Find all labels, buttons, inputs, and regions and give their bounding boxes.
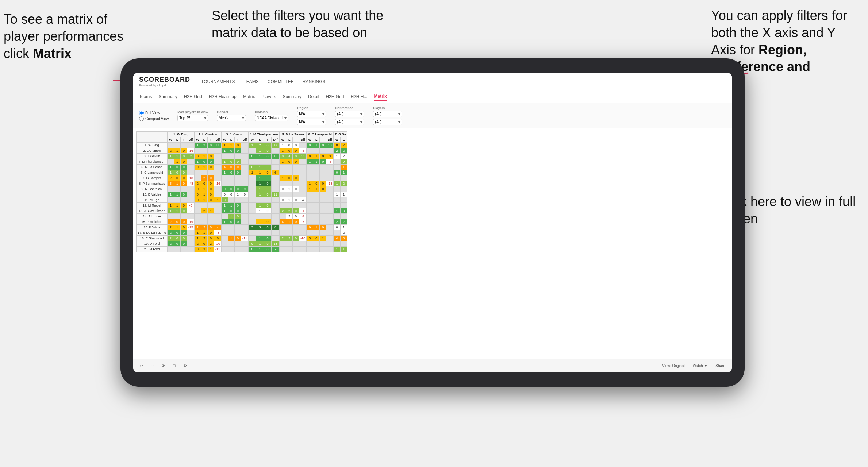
players-select1[interactable]: (All) (373, 111, 402, 117)
matrix-cell: 1 (201, 230, 208, 236)
redo-btn[interactable]: ↪ (149, 363, 156, 368)
row-name-cell: 6. C Lamprecht (137, 170, 168, 175)
subnav-players[interactable]: Players (261, 93, 276, 100)
matrix-cell (214, 192, 222, 197)
matrix-cell: 1 (168, 192, 174, 197)
matrix-cell (307, 247, 313, 252)
nav-committee[interactable]: COMMITTEE (268, 78, 294, 86)
full-view-radio[interactable]: Full View (139, 111, 169, 115)
view-original-btn[interactable]: View: Original (660, 363, 687, 368)
matrix-cell: 0 (293, 214, 299, 219)
matrix-cell (299, 203, 307, 208)
matrix-cell: 7 (271, 247, 279, 252)
matrix-cell (293, 230, 299, 236)
max-players-label: Max players in view (177, 110, 208, 114)
matrix-cell: -7 (299, 219, 307, 225)
annotation-filters: Select the filters you want the matrix d… (212, 7, 402, 42)
matrix-cell: 0 (208, 154, 214, 159)
region-select1[interactable]: N/A (297, 111, 326, 117)
subnav-h2h-grid[interactable]: H2H Grid (184, 93, 202, 100)
matrix-cell (214, 170, 222, 175)
matrix-cell: 1 (228, 203, 235, 208)
matrix-cell: 0 (264, 143, 272, 148)
matrix-cell (214, 154, 222, 159)
table-row: 16. K Vilips210-252204330801001 (137, 225, 347, 230)
matrix-cell: 0 (228, 170, 235, 175)
subnav-h2h-h[interactable]: H2H H... (350, 93, 367, 100)
matrix-cell (320, 214, 326, 219)
mlasasso-w: W (280, 137, 286, 143)
subnav-teams[interactable]: Teams (139, 93, 152, 100)
matrix-cell: 0 (249, 241, 256, 247)
matrix-cell (228, 241, 235, 247)
matrix-cell (313, 192, 320, 197)
table-row: 13. J Skov Olesen110-32110010220-113 (137, 208, 347, 214)
matrix-cell: 0 (181, 203, 187, 208)
subnav-h2h-grid2[interactable]: H2H Grid (326, 93, 344, 100)
watch-btn[interactable]: Watch ▼ (691, 363, 710, 368)
matrix-cell: 17 (271, 143, 279, 148)
nav-teams[interactable]: TEAMS (243, 78, 258, 86)
matrix-cell (299, 175, 307, 181)
undo-btn[interactable]: ↩ (138, 363, 145, 368)
matrix-cell (241, 230, 249, 236)
matrix-cell (326, 186, 334, 192)
conference-select1[interactable]: (All) (335, 111, 364, 117)
matrix-cell (264, 214, 272, 219)
matrix-cell: 1 (195, 143, 201, 148)
subnav-h2h-heatmap[interactable]: H2H Heatmap (209, 93, 237, 100)
matrix-cell: 1 (320, 236, 326, 241)
subnav-summary[interactable]: Summary (158, 93, 177, 100)
matrix-cell: 2 (340, 219, 347, 225)
subnav-summary2[interactable]: Summary (283, 93, 301, 100)
zoom-btn[interactable]: ⊞ (170, 363, 178, 368)
matrix-cell (307, 219, 313, 225)
nav-rankings[interactable]: RANKINGS (303, 78, 326, 86)
matrix-cell: 4 (280, 219, 286, 225)
matrix-cell (313, 208, 320, 214)
subnav-matrix-active[interactable]: Matrix (374, 93, 387, 101)
max-players-select[interactable]: Top 25 (177, 115, 208, 121)
matrix-cell: 2 (280, 236, 286, 241)
matrix-cell (326, 230, 334, 236)
gsa-l: L (340, 137, 347, 143)
subnav-detail[interactable]: Detail (308, 93, 319, 100)
matrix-cell: 1 (174, 159, 181, 165)
refresh-btn[interactable]: ⟳ (160, 363, 167, 368)
division-select[interactable]: NCAA Division I (255, 115, 288, 121)
matrix-cell: 0 (293, 175, 299, 181)
matrix-cell (241, 175, 249, 181)
compact-view-input[interactable] (139, 116, 144, 121)
matrix-cell (214, 208, 222, 214)
region-select2[interactable]: N/A (297, 119, 326, 125)
matrix-cell: 0 (222, 197, 228, 203)
wding-l: L (174, 137, 181, 143)
matrix-cell: 2 (195, 241, 201, 247)
row-name-cell: 19. D Ford (137, 241, 168, 247)
matrix-cell (241, 181, 249, 186)
settings-btn[interactable]: ⚙ (181, 363, 189, 368)
conference-select2[interactable]: (All) (335, 119, 364, 125)
row-name-cell: 11. M Ege (137, 197, 168, 203)
compact-view-radio[interactable]: Compact View (139, 116, 169, 121)
share-btn[interactable]: Share (713, 363, 727, 368)
matrix-cell (168, 143, 174, 148)
matrix-cell: 1 (201, 192, 208, 197)
matrix-cell (256, 197, 264, 203)
gender-select[interactable]: Men's (217, 115, 246, 121)
matrix-cell (168, 197, 174, 203)
matrix-cell (235, 241, 241, 247)
table-row: 6. C Lamprecht100100110601 (137, 170, 347, 175)
matrix-cell: 0 (264, 203, 272, 208)
matrix-cell: 0 (334, 170, 341, 175)
matrix-cell (195, 170, 201, 175)
subnav-matrix[interactable]: Matrix (243, 93, 255, 100)
matrix-area[interactable]: 1. W Ding 2. L Clanton 3. J Koivun 4. M … (133, 128, 732, 358)
nav-tournaments[interactable]: TOURNAMENTS (201, 78, 235, 86)
matrix-cell: 0 (286, 159, 293, 165)
logo-title: SCOREBOARD (139, 76, 190, 84)
full-view-input[interactable] (139, 111, 144, 115)
matrix-cell: 0 (286, 143, 293, 148)
players-select2[interactable]: (All) (373, 119, 402, 125)
matrix-cell: 1 (235, 192, 241, 197)
